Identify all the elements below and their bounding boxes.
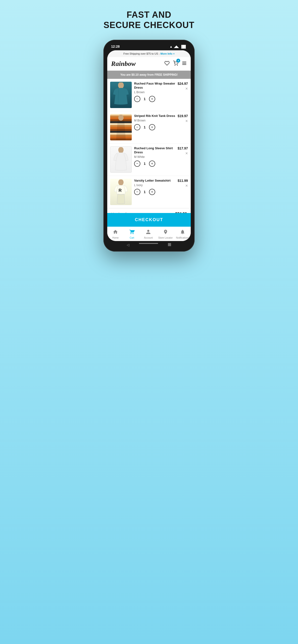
qty-value-1: 1 <box>143 97 146 101</box>
item-name-2: Striped Rib Knit Tank Dress <box>134 114 175 118</box>
cart-count: 4 <box>176 59 180 62</box>
cart-button[interactable]: 4 <box>173 60 178 67</box>
item-name-4: Varsity Letter Sweatshirt <box>134 179 175 183</box>
table-row: Ruched Faux Wrap Sweater Dress L Brown −… <box>107 79 191 111</box>
sidebar-item-store-locator[interactable]: Store Locator <box>158 229 173 239</box>
cart-summary: Merchandise $74.90 <box>107 208 191 213</box>
status-bar: 12:28 ▲ ◢◣ ▐█▌ <box>107 44 191 50</box>
checkout-button[interactable]: CHECKOUT <box>107 213 191 227</box>
hero-title: FAST AND SECURE CHECKOUT <box>103 10 194 30</box>
store-locator-label: Store Locator <box>158 236 173 239</box>
sidebar-item-cart[interactable]: Cart <box>125 229 138 239</box>
cart-nav-icon <box>129 229 135 236</box>
notifications-icon <box>180 229 185 236</box>
table-row: Ruched Long Sleeve Shirt Dress M White −… <box>107 144 191 176</box>
svg-point-8 <box>118 147 123 153</box>
item-price-4: $11.99 <box>178 179 188 182</box>
cart-label: Cart <box>129 236 134 239</box>
decrease-qty-3[interactable]: − <box>134 160 140 167</box>
phone-gesture-bar: ◁ ⬜ <box>107 241 191 248</box>
app-header: Rainbow 4 <box>107 57 191 71</box>
item-quantity-4: − 1 + <box>134 189 175 195</box>
item-price-2: $19.97 <box>178 114 188 118</box>
home-label: Home <box>112 236 119 239</box>
qty-value-4: 1 <box>143 190 146 194</box>
item-image-1 <box>110 82 132 108</box>
item-details-3: Ruched Long Sleeve Shirt Dress M White −… <box>134 146 175 167</box>
item-quantity-3: − 1 + <box>134 160 175 167</box>
item-price-3: $17.97 <box>178 146 188 150</box>
remove-item-2[interactable]: × <box>185 119 188 123</box>
item-image-3 <box>110 146 132 173</box>
account-icon <box>146 229 151 236</box>
svg-point-0 <box>175 65 175 66</box>
item-details-4: Varsity Letter Sweatshirt L Ivory − 1 + <box>134 179 175 195</box>
cart-items-list: Ruched Faux Wrap Sweater Dress L Brown −… <box>107 79 191 213</box>
sidebar-item-notifications[interactable]: Notifications <box>176 229 189 239</box>
item-image-4: R <box>110 179 132 205</box>
clock: 12:28 <box>111 44 120 48</box>
item-variant-3: M White <box>134 155 175 158</box>
item-variant-4: L Ivory <box>134 184 175 187</box>
battery-icon: ▐█▌ <box>180 45 187 48</box>
table-row: R Varsity Letter Sweatshirt L Ivory − 1 … <box>107 176 191 208</box>
wishlist-button[interactable] <box>164 60 170 67</box>
decrease-qty-2[interactable]: − <box>134 124 140 130</box>
item-price-remove-1: $24.97 × <box>178 82 188 91</box>
item-price-remove-3: $17.97 × <box>178 146 188 156</box>
free-shipping-banner: You are $0.10 away from FREE SHIPPING! <box>107 71 191 79</box>
item-price-remove-4: $11.99 × <box>178 179 188 188</box>
increase-qty-1[interactable]: + <box>149 96 155 102</box>
item-name-1: Ruched Faux Wrap Sweater Dress <box>134 82 175 90</box>
more-info-link[interactable]: More Info + <box>161 52 175 55</box>
table-row: Striped Rib Knit Tank Dress M Brown − 1 … <box>107 111 191 144</box>
remove-item-4[interactable]: × <box>185 184 188 188</box>
svg-text:R: R <box>118 188 122 193</box>
item-price-remove-2: $19.97 × <box>178 114 188 123</box>
increase-qty-3[interactable]: + <box>149 160 155 167</box>
item-price-1: $24.97 <box>178 82 188 86</box>
item-details-2: Striped Rib Knit Tank Dress M Brown − 1 … <box>134 114 175 130</box>
back-gesture: ◁ <box>127 243 129 247</box>
notifications-label: Notifications <box>176 236 189 239</box>
bottom-nav: Home Cart Account <box>107 227 191 241</box>
decrease-qty-4[interactable]: − <box>134 189 140 195</box>
item-quantity-1: − 1 + <box>134 96 175 102</box>
item-image-2 <box>110 114 132 140</box>
home-gesture <box>139 243 158 244</box>
status-icons: ▲ ◢◣ ▐█▌ <box>169 45 187 48</box>
header-icons: 4 <box>164 60 187 67</box>
increase-qty-4[interactable]: + <box>149 189 155 195</box>
item-name-3: Ruched Long Sleeve Shirt Dress <box>134 146 175 154</box>
item-variant-2: M Brown <box>134 119 175 122</box>
phone-frame: 12:28 ▲ ◢◣ ▐█▌ Free Shipping over $75 to… <box>103 40 195 252</box>
store-locator-icon <box>163 229 168 236</box>
sidebar-item-account[interactable]: Account <box>142 229 155 239</box>
recents-gesture: ⬜ <box>168 243 171 247</box>
svg-point-9 <box>118 180 123 186</box>
remove-item-1[interactable]: × <box>185 86 188 91</box>
decrease-qty-1[interactable]: − <box>134 96 140 102</box>
announcement-bar: Free Shipping over $75 to US - More Info… <box>107 50 191 57</box>
item-variant-1: L Brown <box>134 90 175 94</box>
qty-value-3: 1 <box>143 162 146 166</box>
svg-point-1 <box>177 65 178 66</box>
home-icon <box>113 229 118 236</box>
increase-qty-2[interactable]: + <box>149 124 155 130</box>
svg-point-5 <box>118 82 124 89</box>
account-label: Account <box>144 236 153 239</box>
item-details-1: Ruched Faux Wrap Sweater Dress L Brown −… <box>134 82 175 102</box>
qty-value-2: 1 <box>143 125 146 129</box>
sidebar-item-home[interactable]: Home <box>109 229 122 239</box>
signal-icon: ◢◣ <box>174 45 179 48</box>
remove-item-3[interactable]: × <box>185 151 188 156</box>
item-quantity-2: − 1 + <box>134 124 175 130</box>
svg-point-7 <box>118 115 123 121</box>
menu-button[interactable] <box>182 60 187 67</box>
app-logo: Rainbow <box>111 60 136 68</box>
phone-screen: Free Shipping over $75 to US - More Info… <box>107 50 191 241</box>
wifi-icon: ▲ <box>169 45 173 48</box>
